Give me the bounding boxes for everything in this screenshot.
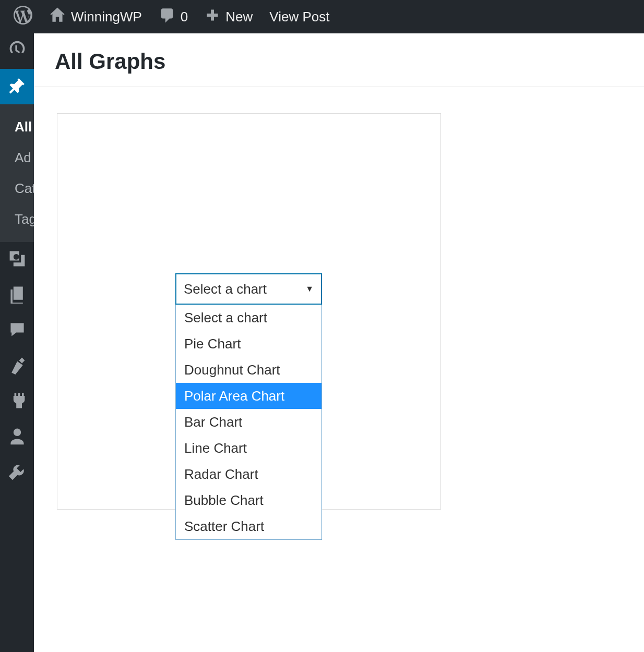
site-name-label: WinningWP — [71, 9, 142, 25]
sidebar-media[interactable] — [0, 242, 34, 277]
chart-select-wrapper: Select a chart ▼ Select a chart Pie Char… — [175, 273, 322, 540]
pin-icon — [8, 76, 27, 97]
divider — [34, 87, 644, 87]
chart-option-polar-area[interactable]: Polar Area Chart — [176, 383, 321, 409]
sidebar-posts[interactable] — [0, 69, 34, 104]
comments-link[interactable]: 0 — [150, 0, 196, 33]
chart-option-select-a-chart[interactable]: Select a chart — [176, 305, 321, 331]
main-content: All Graphs Select a chart ▼ Select a cha… — [34, 33, 644, 652]
appearance-icon — [8, 356, 27, 377]
plugins-icon — [8, 391, 27, 412]
chart-option-radar[interactable]: Radar Chart — [176, 461, 321, 487]
plus-icon — [205, 7, 220, 27]
chart-option-line[interactable]: Line Chart — [176, 435, 321, 461]
comments-icon — [8, 320, 27, 341]
wordpress-icon — [14, 6, 32, 28]
sidebar-tools[interactable] — [0, 455, 34, 490]
admin-sidebar: All Ad Cat Tag — [0, 33, 34, 652]
users-icon — [8, 427, 27, 448]
chart-select[interactable]: Select a chart ▼ — [175, 273, 322, 305]
sidebar-users[interactable] — [0, 419, 34, 455]
tools-icon — [8, 462, 27, 483]
sidebar-submenu: All Ad Cat Tag — [0, 104, 34, 242]
site-name-link[interactable]: WinningWP — [41, 0, 150, 33]
chart-select-dropdown: Select a chart Pie Chart Doughnut Chart … — [175, 305, 322, 540]
view-post-link[interactable]: View Post — [261, 0, 338, 33]
comment-count-label: 0 — [181, 9, 188, 25]
chart-option-bar[interactable]: Bar Chart — [176, 409, 321, 435]
submenu-item-categories[interactable]: Cat — [0, 173, 34, 204]
chart-option-scatter[interactable]: Scatter Chart — [176, 513, 321, 539]
pages-icon — [8, 285, 27, 306]
chart-select-value: Select a chart — [184, 281, 267, 297]
wordpress-logo-button[interactable] — [5, 0, 41, 33]
sidebar-comments[interactable] — [0, 313, 34, 348]
new-content-link[interactable]: New — [196, 0, 261, 33]
sidebar-pages[interactable] — [0, 277, 34, 313]
dashboard-icon — [8, 41, 27, 62]
chart-option-pie[interactable]: Pie Chart — [176, 331, 321, 357]
media-icon — [8, 249, 27, 270]
new-label: New — [225, 9, 253, 25]
page-title: All Graphs — [34, 33, 644, 87]
comment-icon — [159, 7, 175, 27]
sidebar-plugins[interactable] — [0, 384, 34, 419]
home-icon — [49, 7, 66, 27]
admin-bar: WinningWP 0 New View Post — [0, 0, 644, 33]
chart-option-bubble[interactable]: Bubble Chart — [176, 487, 321, 513]
sidebar-dashboard[interactable] — [0, 33, 34, 69]
submenu-item-add[interactable]: Ad — [0, 142, 34, 173]
chart-option-doughnut[interactable]: Doughnut Chart — [176, 357, 321, 383]
sidebar-appearance[interactable] — [0, 348, 34, 384]
submenu-item-tags[interactable]: Tag — [0, 204, 34, 235]
submenu-item-all[interactable]: All — [0, 112, 34, 142]
view-post-label: View Post — [269, 9, 329, 25]
content-panel: Select a chart ▼ Select a chart Pie Char… — [57, 113, 441, 510]
chevron-down-icon: ▼ — [305, 284, 314, 294]
